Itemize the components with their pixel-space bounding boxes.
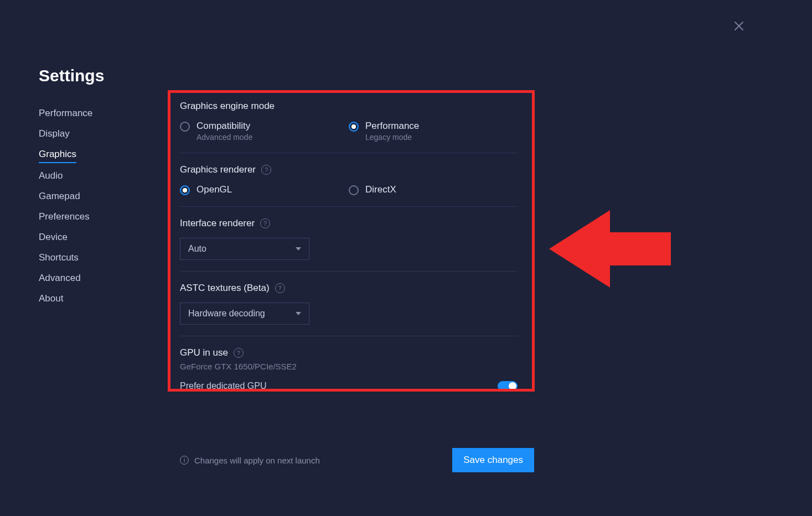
svg-marker-0 [549,210,671,288]
help-icon[interactable]: ? [275,283,285,293]
footer-note-text: Changes will apply on next launch [194,456,320,465]
section-renderer: Graphics renderer ? OpenGL DirectX [180,164,518,207]
section-title-renderer: Graphics renderer ? [180,164,518,175]
footer-note: i Changes will apply on next launch [180,456,320,465]
radio-performance[interactable]: Performance Legacy mode [349,121,518,142]
save-changes-button[interactable]: Save changes [452,448,534,472]
radio-directx[interactable]: DirectX [349,184,518,195]
radio-label: Performance [365,121,419,132]
page-title: Settings [39,66,104,85]
sidebar-item-advanced[interactable]: Advanced [39,268,81,289]
radio-opengl[interactable]: OpenGL [180,184,349,195]
sidebar-item-performance[interactable]: Performance [39,103,92,123]
radio-label: DirectX [365,184,396,195]
close-icon [732,19,746,33]
renderer-label: Graphics renderer [180,164,256,175]
gpu-toggle-label: Prefer dedicated GPU [180,381,267,391]
sidebar-item-about[interactable]: About [39,289,63,309]
close-button[interactable] [732,19,746,33]
section-astc: ASTC textures (Beta) ? Hardware decoding [180,283,518,336]
gpu-detail: GeForce GTX 1650/PCIe/SSE2 [180,362,518,371]
interface-renderer-select[interactable]: Auto [180,238,309,260]
sidebar-item-preferences[interactable]: Preferences [39,206,90,227]
section-title-engine-mode: Graphics engine mode [180,101,518,112]
section-interface-renderer: Interface renderer ? Auto [180,218,518,272]
select-value: Hardware decoding [188,309,265,319]
sidebar-item-graphics[interactable]: Graphics [39,144,76,163]
section-title-interface-renderer: Interface renderer ? [180,218,518,229]
sidebar-item-gamepad[interactable]: Gamepad [39,186,80,206]
chevron-down-icon [296,247,301,251]
sidebar-item-device[interactable]: Device [39,227,68,248]
sidebar-item-audio[interactable]: Audio [39,165,63,186]
select-value: Auto [188,244,206,254]
radio-label: OpenGL [196,184,232,195]
section-title-gpu: GPU in use ? [180,347,518,358]
info-icon: i [180,456,189,465]
interface-renderer-label: Interface renderer [180,218,255,229]
help-icon[interactable]: ? [260,218,270,228]
radio-compatibility[interactable]: Compatibility Advanced mode [180,121,349,142]
engine-mode-label: Graphics engine mode [180,101,275,112]
settings-sidebar: Performance Display Graphics Audio Gamep… [39,103,133,309]
sidebar-item-display[interactable]: Display [39,123,70,144]
help-icon[interactable]: ? [261,165,271,175]
section-engine-mode: Graphics engine mode Compatibility Advan… [180,101,518,153]
prefer-dedicated-gpu-toggle[interactable] [498,381,518,391]
radio-label: Compatibility [196,121,252,132]
radio-sublabel: Legacy mode [365,133,419,142]
annotation-arrow-icon [544,205,676,293]
astc-select[interactable]: Hardware decoding [180,303,309,325]
radio-icon [349,122,359,132]
footer: i Changes will apply on next launch Save… [180,448,534,472]
astc-label: ASTC textures (Beta) [180,283,270,294]
section-gpu: GPU in use ? GeForce GTX 1650/PCIe/SSE2 … [180,347,518,391]
chevron-down-icon [296,312,301,315]
radio-icon [180,122,190,132]
section-title-astc: ASTC textures (Beta) ? [180,283,518,294]
settings-content: Graphics engine mode Compatibility Advan… [180,101,518,391]
help-icon[interactable]: ? [234,348,244,358]
radio-sublabel: Advanced mode [196,133,252,142]
radio-icon [180,185,190,195]
gpu-label: GPU in use [180,347,228,358]
sidebar-item-shortcuts[interactable]: Shortcuts [39,248,79,268]
radio-icon [349,185,359,195]
